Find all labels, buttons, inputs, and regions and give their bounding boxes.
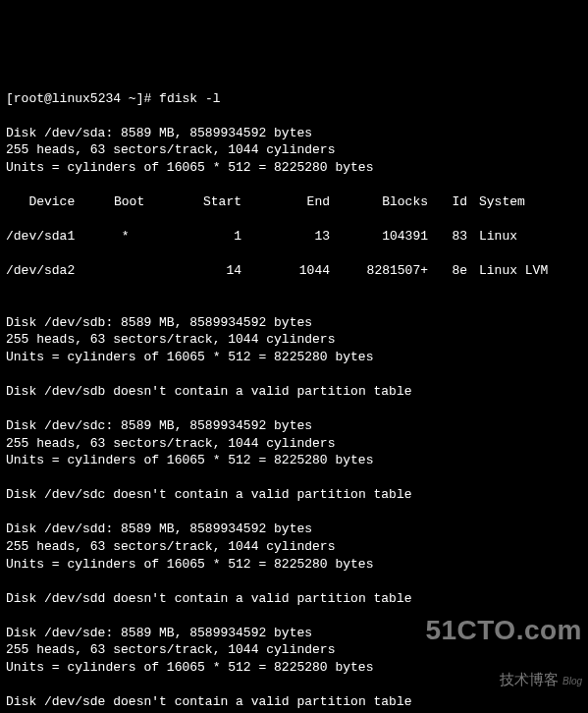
command: fdisk -l — [159, 91, 220, 106]
disk-sdb-geometry: 255 heads, 63 sectors/track, 1044 cylind… — [6, 332, 335, 347]
disk-sda-geometry: 255 heads, 63 sectors/track, 1044 cylind… — [6, 142, 335, 157]
disk-sdd-notable: Disk /dev/sdd doesn't contain a valid pa… — [6, 591, 411, 606]
disk-sdd-geometry: 255 heads, 63 sectors/track, 1044 cylind… — [6, 539, 335, 554]
disk-sdb-units: Units = cylinders of 16065 * 512 = 82252… — [6, 350, 373, 364]
disk-sdc-units: Units = cylinders of 16065 * 512 = 82252… — [6, 453, 373, 467]
disk-sde-units: Units = cylinders of 16065 * 512 = 82252… — [6, 660, 373, 675]
disk-sde-notable: Disk /dev/sde doesn't contain a valid pa… — [6, 694, 411, 709]
terminal-output: [root@linux5234 ~]# fdisk -l Disk /dev/s… — [6, 73, 582, 713]
prompt-line: [root@linux5234 ~]# fdisk -l — [6, 91, 221, 106]
disk-sda-units: Units = cylinders of 16065 * 512 = 82252… — [6, 160, 373, 175]
disk-sdc-header: Disk /dev/sdc: 8589 MB, 8589934592 bytes — [6, 418, 312, 433]
disk-sdc-geometry: 255 heads, 63 sectors/track, 1044 cylind… — [6, 436, 335, 451]
table-row: /dev/sda1 *11310439183Linux — [6, 228, 582, 246]
disk-sde-geometry: 255 heads, 63 sectors/track, 1044 cylind… — [6, 642, 335, 657]
disk-sda-header: Disk /dev/sda: 8589 MB, 8589934592 bytes — [6, 126, 312, 140]
prompt-symbol: # — [143, 91, 151, 106]
disk-sde-header: Disk /dev/sde: 8589 MB, 8589934592 bytes — [6, 626, 312, 640]
disk-sdd-units: Units = cylinders of 16065 * 512 = 82252… — [6, 557, 373, 572]
disk-sdb-header: Disk /dev/sdb: 8589 MB, 8589934592 bytes — [6, 315, 312, 330]
disk-sdb-notable: Disk /dev/sdb doesn't contain a valid pa… — [6, 384, 411, 399]
table-row: /dev/sda2 1410448281507+8eLinux LVM — [6, 262, 582, 280]
partition-header: DeviceBootStartEndBlocksIdSystem — [6, 193, 582, 211]
cwd: ~ — [129, 91, 136, 106]
user-host: root@linux5234 — [14, 91, 121, 106]
disk-sdc-notable: Disk /dev/sdc doesn't contain a valid pa… — [6, 487, 411, 502]
disk-sdd-header: Disk /dev/sdd: 8589 MB, 8589934592 bytes — [6, 521, 312, 536]
